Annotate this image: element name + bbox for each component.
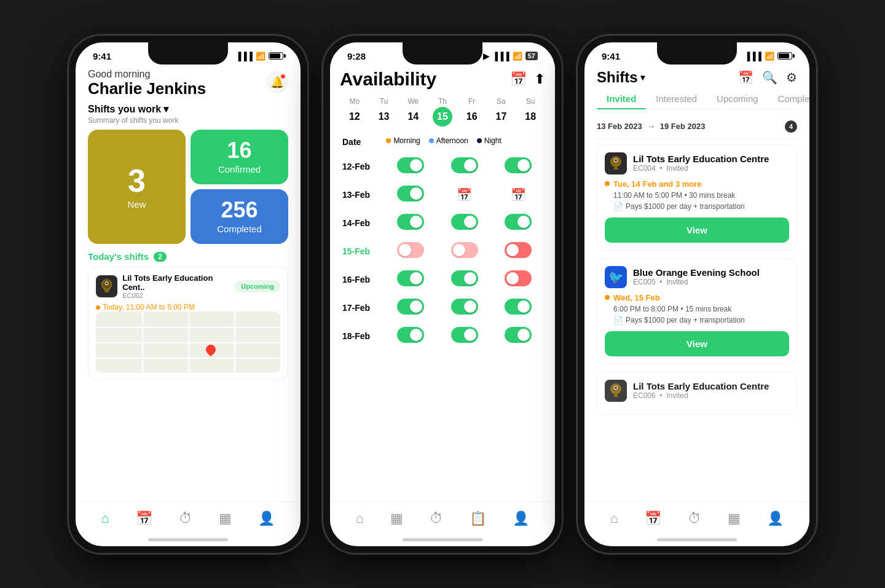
nav3-shifts[interactable]: 📅 <box>637 508 669 529</box>
avail-row: 18-Feb <box>340 322 545 350</box>
nav-grid[interactable]: ▦ <box>211 508 239 529</box>
toggle-morning[interactable] <box>397 270 424 286</box>
invite-date-text-1: Tue, 14 Feb and 3 more <box>613 179 702 189</box>
toggle-afternoon[interactable] <box>451 299 478 315</box>
avail-morning-cell[interactable] <box>384 181 438 209</box>
avail-night-cell[interactable]: 📅 <box>491 181 545 209</box>
nav2-avail[interactable]: 📋 <box>462 508 494 529</box>
nav3-home[interactable]: ⌂ <box>603 508 626 529</box>
nav-person[interactable]: 👤 <box>251 508 282 529</box>
avail-date-cell: 18-Feb <box>340 322 384 350</box>
view-btn-1[interactable]: View <box>605 218 789 243</box>
shifts-search-icon[interactable]: 🔍 <box>762 70 777 85</box>
shifts-header: Shifts ▾ 📅 🔍 ⚙ <box>597 69 797 86</box>
nav3-person[interactable]: 👤 <box>760 508 791 529</box>
today-shifts-header: Today's shifts 2 <box>88 251 288 262</box>
avail-night-cell[interactable] <box>491 294 545 322</box>
avail-header: Availability 📅 ⬆ <box>340 69 545 90</box>
toggle-morning[interactable] <box>397 242 424 258</box>
avail-morning-cell[interactable] <box>384 294 438 322</box>
toggle-afternoon[interactable] <box>451 157 478 173</box>
toggle-morning[interactable] <box>397 157 424 173</box>
shifts-filter-icon[interactable]: ⚙ <box>786 70 797 85</box>
new-stat-card: 3 New <box>88 130 186 244</box>
tab-completed[interactable]: Completed <box>768 88 809 109</box>
status-time-1: 9:41 <box>93 51 111 61</box>
nav3-clock[interactable]: ⏱ <box>680 508 709 529</box>
avail-morning-cell[interactable] <box>384 209 438 237</box>
toggle-morning[interactable] <box>397 299 424 315</box>
invite-card-2-header: 🐦 Blue Orange Evening School EC005 • Inv… <box>605 266 789 288</box>
day-sa: Sa 17 <box>487 97 516 127</box>
avail-night-cell[interactable] <box>491 152 545 181</box>
toggle-morning[interactable] <box>397 186 424 202</box>
wifi-icon-3: 📶 <box>765 52 774 61</box>
invite-card-3[interactable]: Lil Tots Early Education Centre EC006 • … <box>597 372 797 415</box>
toggle-afternoon[interactable] <box>451 270 478 286</box>
avail-afternoon-cell[interactable] <box>438 209 492 237</box>
tab-invited[interactable]: Invited <box>597 88 646 109</box>
avail-morning-cell[interactable] <box>384 152 438 181</box>
avail-title: Availability <box>340 69 436 90</box>
day-th[interactable]: Th 15 <box>428 97 457 127</box>
avail-night-cell[interactable] <box>491 237 545 265</box>
tab-upcoming[interactable]: Upcoming <box>707 88 768 109</box>
shift-time: Today, 11:00 AM to 5:00 PM <box>96 303 280 312</box>
shifts-dropdown-icon[interactable]: ▾ <box>640 73 645 82</box>
toggle-afternoon[interactable] <box>451 242 478 258</box>
person-icon: 👤 <box>258 511 275 527</box>
status-icons-1: ▐▐▐ 📶 <box>235 52 283 61</box>
avail-afternoon-cell[interactable] <box>438 265 492 294</box>
nav-clock[interactable]: ⏱ <box>171 508 200 529</box>
avail-night-cell[interactable] <box>491 322 545 350</box>
avail-afternoon-cell[interactable] <box>438 237 492 265</box>
toggle-afternoon[interactable] <box>451 327 478 343</box>
org-name: Lil Tots Early Education Cent.. <box>122 273 235 292</box>
home-indicator-3 <box>584 534 809 546</box>
toggle-afternoon[interactable] <box>451 214 478 230</box>
toggle-night[interactable] <box>505 242 532 258</box>
notification-button[interactable]: 🔔 <box>266 71 288 93</box>
day-mo: Mo 12 <box>340 97 369 127</box>
nav2-calendar[interactable]: ▦ <box>383 508 411 529</box>
status-badge: Upcoming <box>235 280 280 292</box>
avail-morning-cell[interactable] <box>384 237 438 265</box>
invite-card-3-header: Lil Tots Early Education Centre EC006 • … <box>605 380 789 402</box>
nav2-clock[interactable]: ⏱ <box>422 508 450 529</box>
toggle-night[interactable] <box>505 157 532 173</box>
nav3-grid[interactable]: ▦ <box>720 508 748 529</box>
toggle-night[interactable] <box>505 214 532 230</box>
toggle-morning[interactable] <box>397 214 424 230</box>
avail-morning-cell[interactable] <box>384 322 438 350</box>
avail-row: 15-Feb <box>340 237 545 265</box>
avail-night-cell[interactable] <box>491 209 545 237</box>
avail-afternoon-cell[interactable] <box>438 322 492 350</box>
invite-card-2[interactable]: 🐦 Blue Orange Evening School EC005 • Inv… <box>597 258 797 364</box>
toggle-night[interactable] <box>505 270 532 286</box>
avail-row: 16-Feb <box>340 265 545 294</box>
nav2-person[interactable]: 👤 <box>505 508 537 529</box>
view-btn-2[interactable]: View <box>605 331 789 356</box>
avail-afternoon-cell[interactable]: 📅 <box>438 181 492 209</box>
avail-afternoon-cell[interactable] <box>438 294 492 322</box>
shifts-calendar-icon[interactable]: 📅 <box>738 70 753 85</box>
avail-afternoon-cell[interactable] <box>438 152 492 181</box>
avail-morning-cell[interactable] <box>384 265 438 294</box>
calendar-action-icon[interactable]: 📅 <box>510 71 527 87</box>
tab-interested[interactable]: Interested <box>646 88 707 109</box>
avail-date-cell: 14-Feb <box>340 209 384 237</box>
avail-night-cell[interactable] <box>491 265 545 294</box>
toggle-night[interactable] <box>505 327 532 343</box>
toggle-night[interactable] <box>505 299 532 315</box>
nav-calendar[interactable]: 📅 <box>128 508 160 529</box>
invite-card-1[interactable]: Lil Tots Early Education Centre EC004 • … <box>597 144 797 251</box>
col-legend-header: Morning Afternoon Night <box>384 131 545 152</box>
nav-home[interactable]: ⌂ <box>94 508 117 529</box>
shift-card-top: Lil Tots Early Education Cent.. EC002 Up… <box>96 273 280 299</box>
invite-org-info-2: Blue Orange Evening School EC005 • Invit… <box>633 267 760 286</box>
nav2-home[interactable]: ⌂ <box>348 508 371 529</box>
completed-stat-number: 256 <box>221 199 258 221</box>
share-icon[interactable]: ⬆ <box>534 71 545 87</box>
toggle-morning[interactable] <box>397 327 424 343</box>
shift-card[interactable]: Lil Tots Early Education Cent.. EC002 Up… <box>88 267 288 380</box>
